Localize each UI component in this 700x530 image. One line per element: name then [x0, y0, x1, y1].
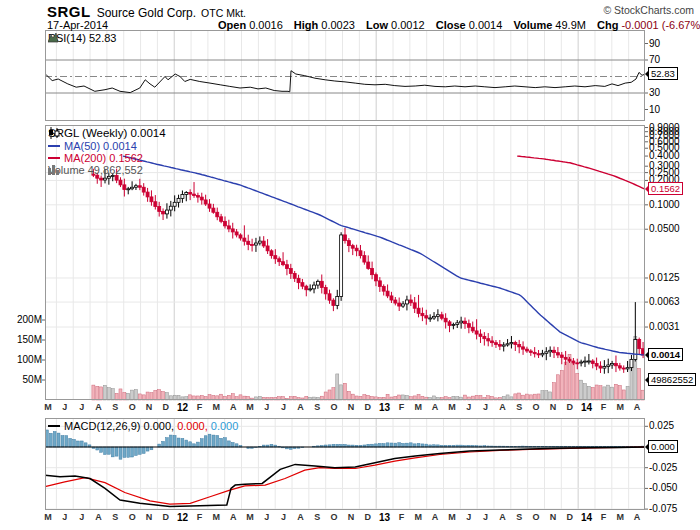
x-axis-month-label: A — [90, 512, 106, 522]
company-name: Source Gold Corp. — [97, 6, 196, 20]
candle-body — [576, 363, 579, 364]
candle-body — [440, 315, 443, 318]
macd-histogram-bar — [119, 447, 122, 459]
x-axis-month-label: M — [444, 512, 460, 522]
volume-bar — [165, 393, 168, 400]
x-axis-year-label: 14 — [579, 512, 595, 523]
macd-histogram-bar — [224, 438, 227, 447]
macd-histogram-bar — [65, 436, 68, 447]
macd-histogram-bar — [100, 447, 103, 452]
rsi-tick-label: 30 — [649, 87, 660, 98]
chart-date: 17-Apr-2014 — [47, 19, 108, 31]
candle-body — [270, 251, 273, 256]
candle-body — [266, 246, 269, 251]
macd-histogram-bar — [104, 447, 107, 454]
chart-canvas — [0, 0, 700, 530]
x-axis-month-label: M — [242, 402, 258, 412]
exchange-label: OTC Mkt. — [201, 7, 246, 19]
x-axis-month-label: A — [225, 402, 241, 412]
volume-bar — [328, 390, 331, 400]
volume-legend: Volume 49,862,552 — [48, 164, 143, 176]
candle-body — [603, 367, 606, 369]
x-axis-month-label: S — [511, 402, 527, 412]
volume-bar — [584, 384, 587, 400]
candle-body — [142, 187, 145, 192]
x-axis-month-label: M — [612, 402, 628, 412]
x-axis-month-label: A — [494, 512, 510, 522]
candle-body — [436, 315, 439, 317]
x-axis-month-label: A — [629, 512, 645, 522]
x-axis-month-label: M — [242, 512, 258, 522]
ma50-line — [123, 156, 644, 355]
x-axis-month-label: O — [326, 512, 342, 522]
macd-histogram-bar — [61, 436, 64, 447]
volume-bar — [607, 385, 610, 400]
candle-body — [231, 229, 234, 232]
x-axis-month-label: O — [326, 402, 342, 412]
x-axis-month-label: N — [545, 512, 561, 522]
x-axis-month-label: F — [595, 512, 611, 522]
x-axis-month-label: J — [461, 402, 477, 412]
macd-dash-icon — [48, 425, 60, 427]
x-axis-month-label: J — [478, 402, 494, 412]
candle-body — [305, 286, 308, 290]
candle-body — [227, 226, 230, 229]
candle-body — [336, 296, 339, 305]
candle-body — [297, 278, 300, 282]
candle-body — [239, 235, 242, 238]
candle-body — [220, 217, 223, 222]
candle-body — [138, 186, 141, 187]
macd-legend: MACD(12,26,9) 0.000, 0.000, 0.000 — [48, 420, 238, 432]
volume-bar — [614, 384, 617, 400]
candle-body — [119, 180, 122, 185]
candle-body — [386, 291, 389, 296]
candle-body — [506, 344, 509, 345]
candle-body — [216, 212, 219, 217]
candle-body — [549, 350, 552, 352]
candle-body — [599, 366, 602, 368]
candle-body — [316, 281, 319, 285]
volume-bar — [340, 385, 343, 400]
candle-body — [177, 198, 180, 202]
macd-tick-label: -0.050 — [649, 482, 677, 493]
macd-histogram-bar — [142, 447, 145, 453]
chg-label: Chg — [597, 19, 618, 31]
volume-tick-label: 150M — [0, 334, 42, 345]
candle-body — [100, 178, 103, 180]
close-label: Close — [436, 19, 466, 31]
ma50-legend: MA(50) 0.0014 — [48, 140, 137, 152]
candle-body — [618, 366, 621, 368]
macd-histogram-bar — [77, 441, 80, 447]
x-axis-month-label: F — [191, 402, 207, 412]
volume-bar — [580, 380, 583, 400]
macd-histogram-bar — [146, 447, 149, 451]
macd-histogram-bar — [80, 441, 83, 447]
candle-body — [429, 318, 432, 319]
candle-body — [224, 221, 227, 226]
macd-histogram-bar — [111, 447, 114, 457]
candle-body — [433, 316, 436, 318]
x-axis-month-label: D — [562, 512, 578, 522]
volume-bar — [162, 392, 165, 400]
price-tick-label: 0.1000 — [649, 199, 680, 210]
candle-body — [425, 316, 428, 318]
candle-body — [309, 289, 312, 290]
volume-bar — [344, 383, 347, 400]
volume-bar — [576, 373, 579, 400]
candle-body — [498, 344, 501, 346]
rsi-line — [46, 71, 645, 93]
macd-histogram-bar — [49, 433, 52, 447]
candle-body — [158, 207, 161, 212]
candle-body — [487, 339, 490, 341]
x-axis-month-label: N — [545, 402, 561, 412]
high-label: High — [294, 19, 318, 31]
candle-body — [262, 241, 265, 246]
x-axis-month-label: O — [124, 512, 140, 522]
macd-histogram-bar — [212, 435, 215, 447]
macd-histogram-bar — [69, 438, 72, 447]
candle-body — [572, 361, 575, 363]
volume-bar — [111, 389, 114, 400]
candle-body — [278, 259, 281, 262]
candle-body — [181, 194, 184, 198]
x-axis-month-label: A — [427, 402, 443, 412]
